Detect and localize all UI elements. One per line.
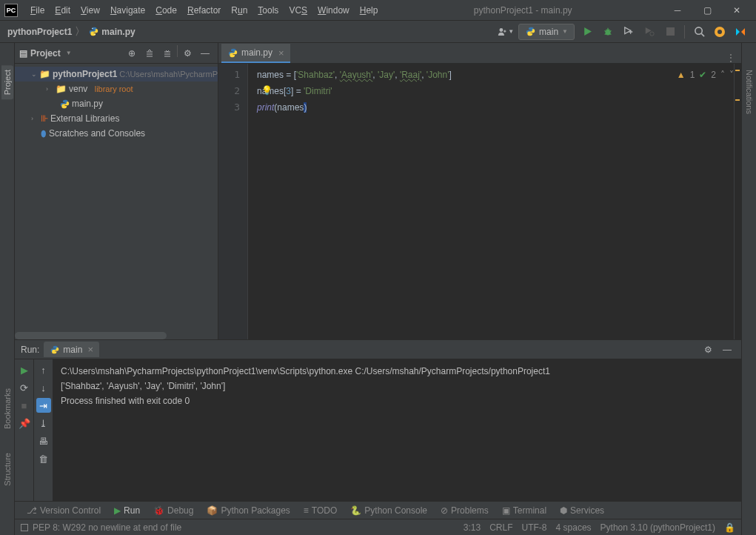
tree-venv[interactable]: › 📁 venv library root bbox=[15, 82, 218, 96]
line-number[interactable]: 3 bbox=[218, 99, 247, 116]
line-number-gutter[interactable]: 1 2 3 bbox=[218, 64, 248, 339]
tab-services[interactable]: ⬢Services bbox=[554, 503, 610, 518]
code-with-me-icon[interactable] bbox=[732, 24, 749, 40]
tree-scratches[interactable]: ⬮ Scratches and Consoles bbox=[15, 126, 218, 141]
tab-version-control[interactable]: ⎇Version Control bbox=[21, 503, 107, 518]
tree-mainpy[interactable]: main.py bbox=[15, 96, 218, 111]
menu-tools[interactable]: Tools bbox=[252, 3, 284, 18]
tool-window-toggle-icon[interactable] bbox=[21, 524, 28, 531]
collapse-all-icon[interactable] bbox=[159, 45, 175, 62]
run-config-selector[interactable]: main ▼ bbox=[518, 24, 575, 40]
select-opened-file-icon[interactable]: ⊕ bbox=[124, 45, 140, 62]
editor-tab-mainpy[interactable]: main.py × bbox=[221, 44, 290, 63]
status-encoding[interactable]: UTF-8 bbox=[522, 522, 547, 533]
stop-button[interactable] bbox=[662, 24, 678, 40]
inspection-widget[interactable]: ▲1 ✔2 ˄ ˅ bbox=[677, 67, 734, 83]
gear-icon[interactable]: ⚙ bbox=[179, 45, 195, 62]
tree-external-libs[interactable]: › ⊪ External Libraries bbox=[15, 111, 218, 126]
run-button[interactable] bbox=[579, 24, 595, 40]
tab-debug[interactable]: 🐞Debug bbox=[147, 503, 199, 518]
clear-icon[interactable]: 🗑 bbox=[36, 451, 51, 466]
close-button[interactable]: ✕ bbox=[722, 0, 752, 21]
search-icon[interactable] bbox=[691, 24, 707, 40]
profile-button[interactable] bbox=[641, 24, 658, 40]
expand-arrow-icon[interactable]: › bbox=[31, 115, 39, 122]
tree-scratches-label: Scratches and Consoles bbox=[49, 128, 145, 139]
hide-panel-icon[interactable]: — bbox=[197, 45, 213, 62]
status-indent[interactable]: 4 spaces bbox=[556, 522, 592, 533]
print-icon[interactable]: 🖶 bbox=[36, 433, 51, 448]
intention-bulb-icon[interactable]: 💡 bbox=[261, 82, 272, 99]
tree-venv-label: venv bbox=[69, 84, 87, 94]
expand-all-icon[interactable] bbox=[141, 45, 158, 62]
menu-help[interactable]: Help bbox=[355, 3, 384, 18]
stop-icon[interactable]: ■ bbox=[17, 398, 32, 413]
breadcrumb-project[interactable]: pythonProject1 bbox=[7, 27, 72, 37]
horizontal-scrollbar[interactable] bbox=[15, 332, 167, 339]
pin-icon[interactable]: 📌 bbox=[17, 416, 32, 431]
menu-edit[interactable]: Edit bbox=[50, 3, 76, 18]
error-stripe[interactable] bbox=[734, 64, 741, 339]
svg-point-4 bbox=[650, 32, 654, 36]
rerun-failed-icon[interactable]: ⟳ bbox=[17, 380, 32, 395]
python-file-icon bbox=[88, 27, 98, 37]
side-tab-project[interactable]: Project bbox=[1, 65, 13, 99]
line-number[interactable]: 1 bbox=[218, 67, 247, 83]
status-position[interactable]: 3:13 bbox=[464, 522, 481, 533]
gear-icon[interactable]: ⚙ bbox=[700, 342, 716, 358]
tab-python-console[interactable]: 🐍Python Console bbox=[344, 503, 433, 518]
scroll-end-icon[interactable]: ⤓ bbox=[36, 416, 51, 431]
editor-tabs-more[interactable]: ⋮ bbox=[720, 53, 741, 63]
close-icon[interactable]: × bbox=[278, 47, 284, 59]
tree-venv-hint: library root bbox=[95, 84, 133, 93]
menu-vcs[interactable]: VCS bbox=[284, 3, 312, 18]
menu-view[interactable]: View bbox=[76, 3, 105, 18]
status-eol[interactable]: CRLF bbox=[489, 522, 512, 533]
down-icon[interactable]: ↓ bbox=[36, 380, 51, 395]
svg-point-6 bbox=[695, 27, 701, 34]
expand-arrow-icon[interactable]: › bbox=[46, 85, 53, 93]
code-editor[interactable]: 1 2 3 💡 names = ['Shahbaz', 'Aayush', 'J… bbox=[218, 64, 741, 339]
tab-todo[interactable]: ≡TODO bbox=[298, 503, 343, 518]
console-output[interactable]: C:\Users\mshah\PycharmProjects\pythonPro… bbox=[53, 359, 741, 501]
expand-arrow-icon[interactable]: ⌄ bbox=[31, 70, 37, 78]
ide-settings-icon[interactable] bbox=[712, 24, 728, 40]
menu-window[interactable]: Window bbox=[312, 3, 355, 18]
coverage-button[interactable] bbox=[620, 24, 637, 40]
main-area: Project Bookmarks Structure ▤ Project ▼ … bbox=[0, 43, 756, 535]
status-interpreter[interactable]: Python 3.10 (pythonProject1) bbox=[601, 522, 715, 533]
breadcrumb-file[interactable]: main.py bbox=[101, 27, 135, 37]
rerun-icon[interactable]: ▶ bbox=[17, 362, 32, 377]
debug-button[interactable] bbox=[600, 24, 616, 40]
tab-run[interactable]: ▶Run bbox=[108, 503, 146, 518]
menu-run[interactable]: Run bbox=[226, 3, 252, 18]
tree-project-root[interactable]: ⌄ 📁 pythonProject1 C:\Users\mshah\Pychar… bbox=[15, 67, 218, 82]
run-tab-main[interactable]: main × bbox=[44, 342, 99, 357]
side-tab-structure[interactable]: Structure bbox=[1, 448, 13, 491]
menu-refactor[interactable]: Refactor bbox=[182, 3, 226, 18]
breadcrumb[interactable]: pythonProject1 〉 main.py bbox=[7, 25, 136, 39]
prev-highlight-icon[interactable]: ˄ bbox=[720, 67, 725, 83]
close-icon[interactable]: × bbox=[87, 344, 93, 355]
tab-terminal[interactable]: ▣Terminal bbox=[496, 503, 552, 518]
lock-icon[interactable]: 🔒 bbox=[724, 522, 735, 533]
hide-panel-icon[interactable]: — bbox=[719, 342, 735, 358]
tab-problems[interactable]: ⊘Problems bbox=[435, 503, 495, 518]
add-user-button[interactable]: ▼ bbox=[498, 24, 514, 40]
code-area[interactable]: 💡 names = ['Shahbaz', 'Aayush', 'Jay', '… bbox=[248, 64, 741, 339]
minimize-button[interactable]: ─ bbox=[663, 0, 692, 21]
tab-python-packages[interactable]: 📦Python Packages bbox=[201, 503, 295, 518]
menu-code[interactable]: Code bbox=[150, 3, 182, 18]
scratches-icon: ⬮ bbox=[41, 128, 47, 139]
side-tab-bookmarks[interactable]: Bookmarks bbox=[1, 384, 13, 433]
maximize-button[interactable]: ▢ bbox=[692, 0, 722, 21]
side-tab-notifications[interactable]: Notifications bbox=[743, 65, 755, 119]
menu-file[interactable]: File bbox=[25, 3, 50, 18]
run-config-label: main bbox=[539, 27, 558, 37]
project-tree[interactable]: ⌄ 📁 pythonProject1 C:\Users\mshah\Pychar… bbox=[15, 64, 218, 332]
line-number[interactable]: 2 bbox=[218, 83, 247, 99]
soft-wrap-icon[interactable]: ⇥ bbox=[36, 398, 51, 413]
chevron-down-icon[interactable]: ▼ bbox=[66, 50, 72, 56]
menu-navigate[interactable]: Navigate bbox=[105, 3, 150, 18]
up-icon[interactable]: ↑ bbox=[36, 362, 51, 377]
